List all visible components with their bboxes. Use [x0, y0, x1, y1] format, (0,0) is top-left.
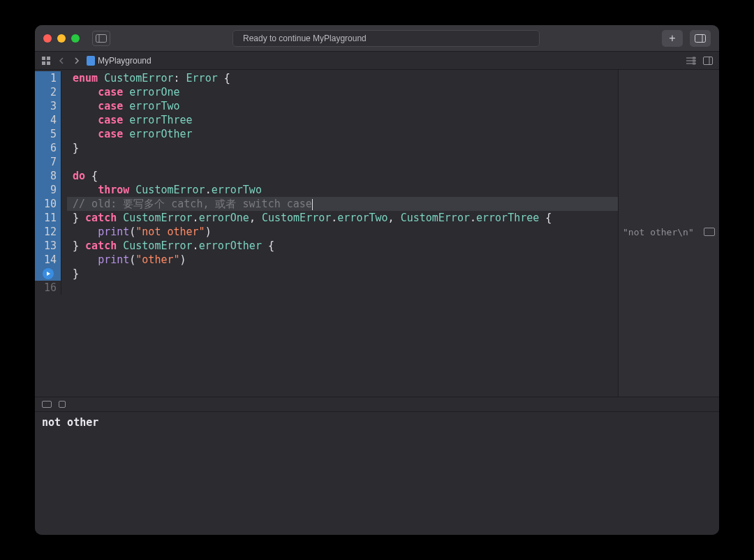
code-line[interactable]	[67, 155, 618, 169]
code-line[interactable]: }	[67, 267, 618, 281]
xcode-window: Ready to continue MyPlayground + MyPlayg…	[35, 25, 719, 535]
line-number: 7	[35, 155, 61, 169]
line-number: 3	[35, 99, 61, 113]
minimize-window-button[interactable]	[57, 34, 66, 43]
code-line[interactable]: case errorOne	[67, 85, 618, 99]
line-number: 14	[35, 253, 61, 267]
code-line[interactable]: case errorTwo	[67, 99, 618, 113]
svg-rect-4	[42, 57, 45, 60]
code-line[interactable]: print("not other")	[67, 225, 618, 239]
text-cursor	[312, 199, 313, 210]
adjust-editor-icon[interactable]	[702, 55, 714, 66]
line-number: 8	[35, 169, 61, 183]
navbar: MyPlayground	[35, 52, 719, 70]
code-line[interactable]: throw CustomError.errorTwo	[67, 183, 618, 197]
line-number: 12	[35, 225, 61, 239]
play-icon[interactable]	[43, 268, 54, 279]
navbar-right-icons	[686, 55, 714, 66]
code-line[interactable]: print("other")	[67, 253, 618, 267]
svg-rect-12	[704, 57, 713, 64]
line-number: 2	[35, 85, 61, 99]
line-number: 10	[35, 197, 61, 211]
result-row	[623, 239, 715, 253]
navbar-left-icons	[40, 55, 82, 66]
line-number: 6	[35, 141, 61, 155]
nav-back-button[interactable]	[56, 55, 67, 66]
svg-rect-0	[96, 34, 107, 42]
result-row	[623, 197, 715, 211]
console-output[interactable]: not other	[35, 412, 719, 535]
code-line[interactable]: enum CustomError: Error {	[67, 71, 618, 85]
result-row	[623, 211, 715, 225]
related-items-icon[interactable]	[40, 55, 52, 66]
svg-rect-7	[47, 61, 50, 65]
main-area: 123456789101112131416 enum CustomError: …	[35, 70, 719, 535]
result-row	[623, 267, 715, 281]
titlebar: Ready to continue MyPlayground +	[35, 25, 719, 52]
line-number: 16	[35, 281, 61, 295]
close-window-button[interactable]	[43, 34, 52, 43]
result-row	[623, 281, 715, 295]
line-number: 1	[35, 71, 61, 85]
code-line[interactable]: } catch CustomError.errorOne, CustomErro…	[67, 211, 618, 225]
traffic-lights	[43, 34, 80, 43]
result-row	[623, 183, 715, 197]
svg-rect-2	[695, 34, 706, 42]
code-line[interactable]: case errorOther	[67, 127, 618, 141]
code-line[interactable]	[67, 281, 618, 295]
code-lines[interactable]: enum CustomError: Error { case errorOne …	[67, 70, 618, 397]
svg-rect-6	[42, 61, 45, 65]
code-line[interactable]: // old: 要写多个 catch, 或者 switch case	[67, 197, 618, 211]
add-button[interactable]: +	[662, 30, 683, 47]
result-row	[623, 169, 715, 183]
svg-rect-5	[47, 57, 50, 60]
result-row	[623, 99, 715, 113]
svg-rect-11	[693, 57, 695, 65]
sidebar-right-toggle-button[interactable]	[690, 30, 711, 47]
results-sidebar: "not other\n"	[618, 70, 719, 397]
line-number: 13	[35, 239, 61, 253]
breadcrumb[interactable]: MyPlayground	[87, 56, 151, 66]
result-row	[623, 113, 715, 127]
code-line[interactable]: }	[67, 141, 618, 155]
result-row	[623, 141, 715, 155]
code-line[interactable]: do {	[67, 169, 618, 183]
titlebar-right-icons: +	[662, 30, 711, 47]
breadcrumb-filename: MyPlayground	[98, 56, 151, 66]
sidebar-left-toggle-button[interactable]	[92, 31, 110, 46]
result-row: "not other\n"	[623, 225, 715, 239]
code-line[interactable]: case errorThree	[67, 113, 618, 127]
run-line-button[interactable]	[35, 267, 61, 281]
console-view-toggle-1[interactable]	[42, 401, 52, 408]
nav-forward-button[interactable]	[71, 55, 82, 66]
code-line[interactable]: } catch CustomError.errorOther {	[67, 239, 618, 253]
result-row	[623, 71, 715, 85]
result-row	[623, 127, 715, 141]
titlebar-left-icons	[92, 31, 110, 46]
result-row	[623, 85, 715, 99]
zoom-window-button[interactable]	[71, 34, 80, 43]
line-number: 4	[35, 113, 61, 127]
code-editor[interactable]: 123456789101112131416 enum CustomError: …	[35, 70, 618, 397]
editor-options-icon[interactable]	[686, 55, 697, 66]
status-pill: Ready to continue MyPlayground	[232, 30, 540, 47]
swift-file-icon	[87, 56, 95, 66]
console-text: not other	[42, 416, 98, 429]
line-number-gutter: 123456789101112131416	[35, 70, 67, 397]
editor-area: 123456789101112131416 enum CustomError: …	[35, 70, 719, 397]
line-number: 9	[35, 183, 61, 197]
quicklook-icon[interactable]	[704, 228, 715, 236]
result-text: "not other\n"	[623, 227, 694, 237]
console-toolbar	[35, 397, 719, 412]
result-row	[623, 253, 715, 267]
line-number: 5	[35, 127, 61, 141]
line-number: 11	[35, 211, 61, 225]
result-row	[623, 155, 715, 169]
console-view-toggle-2[interactable]	[59, 401, 66, 408]
